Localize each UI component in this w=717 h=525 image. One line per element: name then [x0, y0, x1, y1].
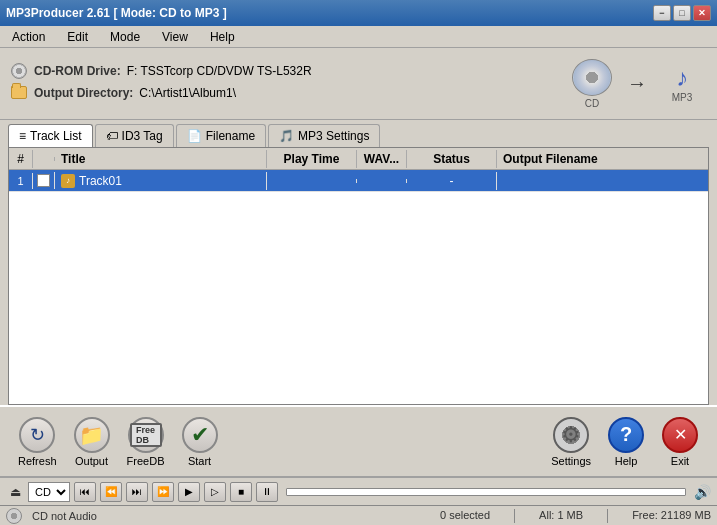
output-button[interactable]: 📁 Output [65, 413, 119, 471]
output-row: Output Directory: C:\Artist1\Album1\ [10, 84, 567, 102]
selected-count: 0 selected [440, 509, 490, 523]
freedb-button[interactable]: FreeDB FreeDB [119, 413, 173, 471]
info-right: CD → ♪ MP3 [567, 59, 707, 109]
toolbar: ↻ Refresh 📁 Output FreeDB FreeDB ✔ Start [0, 405, 717, 477]
refresh-label: Refresh [18, 455, 57, 467]
settings-button[interactable]: ⚙ Settings [543, 413, 599, 471]
row-num: 1 [9, 173, 33, 189]
row-check[interactable] [33, 172, 55, 189]
freedb-box-icon: FreeDB [130, 423, 162, 447]
pause-button[interactable]: ⏸ [256, 482, 278, 502]
row-output [497, 179, 708, 183]
status-cd-icon [6, 508, 22, 524]
maximize-button[interactable]: □ [673, 5, 691, 21]
start-button[interactable]: ✔ Start [173, 413, 227, 471]
prev-track-button[interactable]: ⏮ [74, 482, 96, 502]
tab-filename-icon: 📄 [187, 129, 202, 143]
table-header: # Title Play Time WAV... Status Output F… [9, 148, 708, 170]
row-playtime [267, 179, 357, 183]
cdrom-label: CD-ROM Drive: [34, 64, 121, 78]
refresh-circle: ↻ [19, 417, 55, 453]
table-body: 1 ♪ Track01 - [9, 170, 708, 404]
cd-label: CD [585, 98, 599, 109]
settings-circle-icon: ⚙ [553, 417, 589, 453]
source-select[interactable]: CD [28, 482, 70, 502]
info-left: CD-ROM Drive: F: TSSTcorp CD/DVDW TS-L53… [10, 62, 567, 106]
output-label: Output [75, 455, 108, 467]
cd-disc [572, 59, 612, 96]
col-header-status: Status [407, 150, 497, 168]
help-button[interactable]: ? Help [599, 413, 653, 471]
status-bar: CD not Audio 0 selected All: 1 MB Free: … [0, 505, 717, 525]
row-title-text: Track01 [79, 174, 122, 188]
cdrom-value: F: TSSTcorp CD/DVDW TS-L532R [127, 64, 312, 78]
fast-forward-button[interactable]: ▶ [178, 482, 200, 502]
col-header-num: # [9, 150, 33, 168]
tab-track-list[interactable]: ≡ Track List [8, 124, 93, 147]
cd-status-text: CD not Audio [32, 510, 430, 522]
row-wav [357, 179, 407, 183]
refresh-icon: ↻ [19, 417, 55, 453]
tabs-row: ≡ Track List 🏷 ID3 Tag 📄 Filename 🎵 MP3 … [0, 120, 717, 147]
window-title: MP3Producer 2.61 [ Mode: CD to MP3 ] [6, 6, 227, 20]
menu-bar: Action Edit Mode View Help [0, 26, 717, 48]
transport-bar: ⏏ CD ⏮ ⏪ ⏭ ⏩ ▶ ▷ ■ ⏸ 🔊 [0, 477, 717, 505]
output-value: C:\Artist1\Album1\ [139, 86, 236, 100]
status-right: 0 selected All: 1 MB Free: 21189 MB [440, 509, 711, 523]
output-dir-icon [10, 84, 28, 102]
exit-button[interactable]: ✕ Exit [653, 413, 707, 471]
close-button[interactable]: ✕ [693, 5, 711, 21]
tab-mp3-settings[interactable]: 🎵 MP3 Settings [268, 124, 380, 147]
progress-bar[interactable] [286, 488, 686, 496]
help-icon: ? [608, 417, 644, 453]
tab-panel: ≡ Track List 🏷 ID3 Tag 📄 Filename 🎵 MP3 … [0, 120, 717, 147]
minimize-button[interactable]: − [653, 5, 671, 21]
tab-track-list-label: Track List [30, 129, 82, 143]
settings-label: Settings [551, 455, 591, 467]
window-controls: − □ ✕ [653, 5, 711, 21]
menu-edit[interactable]: Edit [61, 28, 94, 46]
col-header-title: Title [55, 150, 267, 168]
freedb-label: FreeDB [127, 455, 165, 467]
stop-button[interactable]: ■ [230, 482, 252, 502]
freedb-circle: FreeDB [128, 417, 164, 453]
cdrom-row: CD-ROM Drive: F: TSSTcorp CD/DVDW TS-L53… [10, 62, 567, 80]
row-status: - [407, 172, 497, 190]
col-header-output: Output Filename [497, 150, 708, 168]
cd-small-icon [11, 63, 27, 79]
row-checkbox[interactable] [37, 174, 50, 187]
menu-view[interactable]: View [156, 28, 194, 46]
menu-help[interactable]: Help [204, 28, 241, 46]
cd-large-icon: CD [567, 59, 617, 109]
title-bar: MP3Producer 2.61 [ Mode: CD to MP3 ] − □… [0, 0, 717, 26]
play-button[interactable]: ▷ [204, 482, 226, 502]
next-button[interactable]: ⏩ [152, 482, 174, 502]
refresh-button[interactable]: ↻ Refresh [10, 413, 65, 471]
output-circle: 📁 [74, 417, 110, 453]
tab-mp3-icon: 🎵 [279, 129, 294, 143]
status-separator-2 [607, 509, 608, 523]
settings-icon: ⚙ [553, 417, 589, 453]
start-label: Start [188, 455, 211, 467]
prev-button[interactable]: ⏭ [126, 482, 148, 502]
output-icon: 📁 [74, 417, 110, 453]
arrow-icon: → [627, 72, 647, 95]
tab-filename[interactable]: 📄 Filename [176, 124, 266, 147]
rewind-button[interactable]: ⏪ [100, 482, 122, 502]
help-circle-icon: ? [608, 417, 644, 453]
table-row[interactable]: 1 ♪ Track01 - [9, 170, 708, 192]
help-label: Help [615, 455, 638, 467]
mp3-note-icon: ♪ [676, 64, 688, 92]
output-folder-icon: 📁 [79, 423, 104, 447]
volume-icon: 🔊 [694, 484, 711, 500]
eject-icon[interactable]: ⏏ [6, 483, 24, 501]
menu-mode[interactable]: Mode [104, 28, 146, 46]
tab-id3-label: ID3 Tag [122, 129, 163, 143]
tab-id3-tag[interactable]: 🏷 ID3 Tag [95, 124, 174, 147]
menu-action[interactable]: Action [6, 28, 51, 46]
gear-icon: ⚙ [561, 422, 581, 448]
cdrom-icon [10, 62, 28, 80]
col-header-wav: WAV... [357, 150, 407, 168]
col-header-check [33, 157, 55, 161]
track-table: # Title Play Time WAV... Status Output F… [8, 147, 709, 405]
